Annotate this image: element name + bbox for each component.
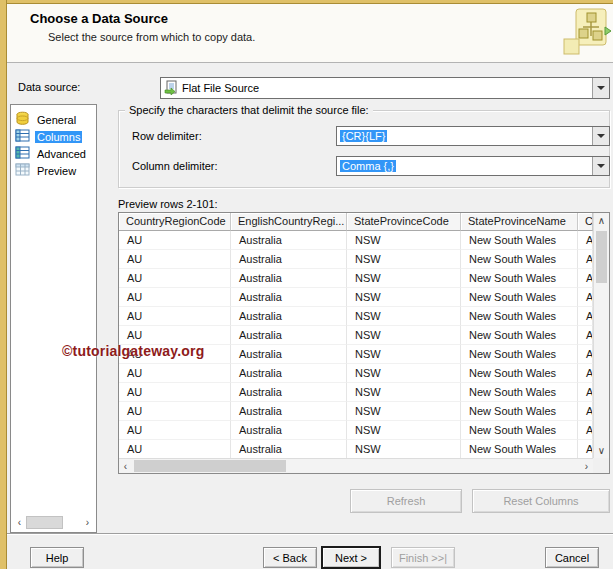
table-cell: Australia <box>231 250 347 269</box>
table-cell: Al <box>578 269 593 288</box>
sidebar-horizontal-scrollbar[interactable]: ‹ › <box>13 515 94 530</box>
cancel-button[interactable]: Cancel <box>545 547 599 568</box>
table-row: AUAustraliaNSWNew South WalesAl <box>119 421 593 440</box>
sidebar-item-label: Advanced <box>35 148 88 160</box>
table-cell: New South Wales <box>461 326 578 345</box>
table-cell: NSW <box>347 383 461 402</box>
scrollbar-thumb[interactable] <box>596 231 607 283</box>
page-title: Choose a Data Source <box>30 11 168 26</box>
table-cell: Al <box>578 288 593 307</box>
table-cell: Australia <box>231 421 347 440</box>
table-row: AUAustraliaNSWNew South WalesAl <box>119 269 593 288</box>
table-cell: AU <box>119 440 231 459</box>
column-delimiter-combobox[interactable]: Comma {,} <box>336 156 610 176</box>
refresh-button[interactable]: Refresh <box>350 489 462 513</box>
column-header[interactable]: StateProvinceCode <box>347 213 461 231</box>
scroll-right-icon[interactable]: › <box>81 515 94 530</box>
data-source-dropdown-button[interactable] <box>592 78 609 98</box>
help-button[interactable]: Help <box>30 547 84 568</box>
table-cell: NSW <box>347 364 461 383</box>
preview-table-header: CountryRegionCodeEnglishCountryRegi...St… <box>119 213 593 231</box>
table-cell: AU <box>119 383 231 402</box>
table-cell: New South Wales <box>461 231 578 250</box>
column-header[interactable]: EnglishCountryRegi... <box>231 213 347 231</box>
table-cell: NSW <box>347 345 461 364</box>
row-delimiter-dropdown-button[interactable] <box>592 127 609 145</box>
scroll-right-icon[interactable]: › <box>580 459 593 474</box>
sidebar-item-advanced[interactable]: Advanced <box>11 145 96 162</box>
data-source-combobox[interactable]: Flat File Source <box>160 77 610 99</box>
table-vertical-scrollbar[interactable]: ∧ ∨ <box>593 213 609 458</box>
table-cell: Al <box>578 250 593 269</box>
footer-separator <box>7 533 613 535</box>
table-cell: New South Wales <box>461 364 578 383</box>
table-row: AUAustraliaNSWNew South WalesAl <box>119 364 593 383</box>
scroll-left-icon[interactable]: ‹ <box>119 459 132 474</box>
sidebar-item-general[interactable]: General <box>11 111 96 128</box>
table-cell: New South Wales <box>461 269 578 288</box>
table-cell: New South Wales <box>461 421 578 440</box>
table-cell: NSW <box>347 421 461 440</box>
table-cell: Australia <box>231 364 347 383</box>
wizard-header: Choose a Data Source Select the source f… <box>7 4 613 63</box>
table-row: AUAustraliaNSWNew South WalesAl <box>119 440 593 459</box>
table-cell: AU <box>119 250 231 269</box>
table-cell: AU <box>119 288 231 307</box>
row-delimiter-combobox[interactable]: {CR}{LF} <box>336 126 610 146</box>
scroll-down-icon[interactable]: ∨ <box>594 443 609 458</box>
scrollbar-thumb[interactable] <box>26 516 63 529</box>
scroll-up-icon[interactable]: ∧ <box>594 213 609 228</box>
column-header[interactable]: CountryRegionCode <box>119 213 231 231</box>
table-cell: New South Wales <box>461 383 578 402</box>
row-delimiter-label: Row delimiter: <box>132 130 202 142</box>
finish-button[interactable]: Finish >>| <box>391 547 455 568</box>
column-delimiter-value: Comma {,} <box>340 160 396 172</box>
sidebar-item-columns[interactable]: Columns <box>11 128 96 145</box>
sidebar-item-preview[interactable]: Preview <box>11 162 96 179</box>
dialog-frame-left <box>0 0 7 569</box>
table-cell: Al <box>578 307 593 326</box>
columns-icon <box>15 129 30 144</box>
table-cell: Australia <box>231 307 347 326</box>
delimiter-group-title: Specify the characters that delimit the … <box>125 104 373 116</box>
table-row: AUAustraliaNSWNew South WalesAl <box>119 307 593 326</box>
table-cell: AU <box>119 402 231 421</box>
table-cell: Al <box>578 440 593 459</box>
scrollbar-corner <box>593 458 609 473</box>
page-list: General Columns <box>10 104 97 533</box>
table-cell: NSW <box>347 402 461 421</box>
table-cell: Australia <box>231 269 347 288</box>
preview-rows-label: Preview rows 2-101: <box>118 198 218 210</box>
table-row: AUAustraliaNSWNew South WalesAl <box>119 383 593 402</box>
scrollbar-thumb[interactable] <box>134 460 286 472</box>
table-horizontal-scrollbar[interactable]: ‹ › <box>119 458 593 473</box>
row-delimiter-value: {CR}{LF} <box>340 130 387 142</box>
page-subtitle: Select the source from which to copy dat… <box>48 31 255 43</box>
chevron-down-icon <box>597 134 605 138</box>
table-row: AUAustraliaNSWNew South WalesAl <box>119 231 593 250</box>
table-row: AUAustraliaNSWNew South WalesAl <box>119 402 593 421</box>
next-button[interactable]: Next > <box>321 546 381 569</box>
sidebar-item-label: Preview <box>35 165 78 177</box>
table-cell: Australia <box>231 440 347 459</box>
scroll-left-icon[interactable]: ‹ <box>13 515 26 530</box>
sidebar-item-label: Columns <box>35 131 82 143</box>
table-cell: Al <box>578 383 593 402</box>
table-cell: New South Wales <box>461 440 578 459</box>
column-header[interactable]: Cit <box>578 213 593 231</box>
column-delimiter-label: Column delimiter: <box>132 160 218 172</box>
table-row: AUAustraliaNSWNew South WalesAl <box>119 250 593 269</box>
table-cell: Australia <box>231 326 347 345</box>
column-header[interactable]: StateProvinceName <box>461 213 578 231</box>
table-cell: Al <box>578 326 593 345</box>
reset-columns-button[interactable]: Reset Columns <box>472 489 610 513</box>
table-cell: NSW <box>347 307 461 326</box>
column-delimiter-dropdown-button[interactable] <box>592 157 609 175</box>
back-button[interactable]: < Back <box>263 547 317 568</box>
table-cell: Australia <box>231 383 347 402</box>
table-cell: New South Wales <box>461 250 578 269</box>
table-cell: Al <box>578 231 593 250</box>
table-cell: NSW <box>347 231 461 250</box>
table-cell: Al <box>578 421 593 440</box>
watermark: ©tutorialgateway.org <box>62 343 204 359</box>
